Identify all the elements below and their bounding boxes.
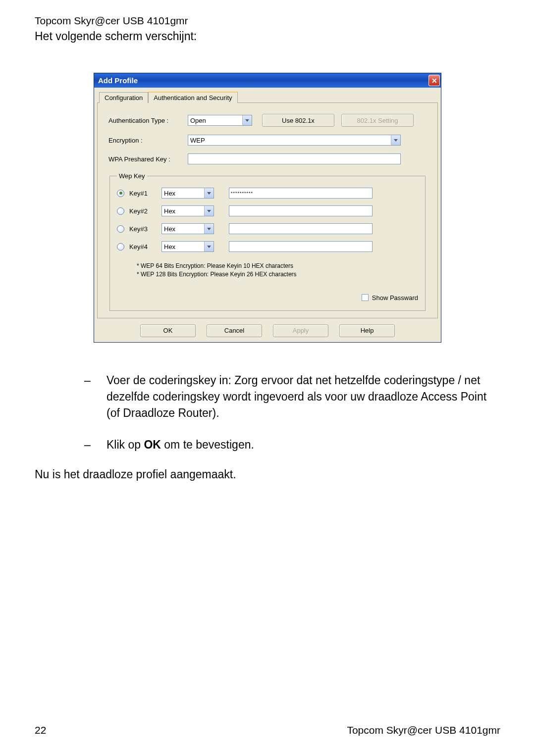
tab-strip: Configuration Authentication and Securit… [97,92,438,103]
svg-marker-3 [207,210,211,212]
window-title: Add Profile [98,76,138,85]
add-profile-dialog: Add Profile ✕ Configuration Authenticati… [94,73,441,343]
bullet-1-text: Voer de coderingskey in: Zorg ervoor dat… [107,372,500,422]
wep-key4-label: Key#4 [129,243,148,251]
bullet-2-text: Klik op OK om te bevestigen. [107,437,500,453]
bullet-2-pre: Klik op [107,438,144,451]
svg-marker-1 [394,139,398,142]
close-button[interactable]: ✕ [428,75,440,86]
wep-key2-format-combo[interactable]: Hex [161,205,214,216]
wep-key3-format-value: Hex [162,225,175,233]
wep-key-row-2: Key#2 Hex [117,205,418,216]
dropdown-icon [391,135,400,145]
wep-key4-radio[interactable] [117,243,124,251]
tab-authentication-and-security[interactable]: Authentication and Security [148,92,237,103]
dialog-button-row: OK Cancel Apply Help [97,318,438,339]
close-icon: ✕ [431,77,437,84]
svg-marker-4 [207,228,211,230]
auth-type-combo[interactable]: Open [188,115,252,126]
bullet-dash: – [84,372,107,422]
show-password-checkbox[interactable] [362,294,369,301]
show-password-label: Show Passward [372,294,418,302]
wep-key1-format-combo[interactable]: Hex [161,188,214,199]
wep-key3-label: Key#3 [129,225,148,233]
encryption-combo[interactable]: WEP [188,135,401,146]
wep-key3-input[interactable] [229,223,373,234]
wep-hint-line1: * WEP 64 Bits Encryption: Please Keyin 1… [137,262,418,270]
final-line: Nu is het draadloze profiel aangemaakt. [35,468,500,481]
use-8021x-button[interactable]: Use 802.1x [262,114,334,127]
auth-panel: Authentication Type : Open Use 802.1x 80… [97,103,438,318]
auth-type-label: Authentication Type : [108,117,188,124]
dropdown-icon [204,206,214,216]
svg-marker-2 [207,192,211,195]
wpa-psk-input[interactable] [188,153,401,164]
wep-key-fieldset: Wep Key Key#1 Hex ********** [109,172,426,311]
wep-key1-input[interactable]: ********** [229,188,373,199]
dropdown-icon [242,115,252,125]
wep-key2-radio[interactable] [117,207,124,215]
intro-text: Het volgende scherm verschijnt: [35,30,500,43]
tab-configuration[interactable]: Configuration [99,92,148,103]
wep-key-row-3: Key#3 Hex [117,223,418,234]
dropdown-icon [204,242,214,252]
wep-key4-input[interactable] [229,241,373,252]
dropdown-icon [204,224,214,234]
wep-key2-input[interactable] [229,205,373,216]
svg-marker-5 [207,246,211,248]
wep-key-row-1: Key#1 Hex ********** [117,188,418,199]
wpa-psk-label: WPA Preshared Key : [108,155,188,163]
wep-key1-value: ********** [229,191,253,196]
wep-key-row-4: Key#4 Hex [117,241,418,252]
bullet-dash: – [84,437,107,453]
svg-marker-0 [245,119,249,122]
encryption-label: Encryption : [108,137,188,144]
page-number: 22 [35,724,46,736]
bullet-2-post: om te bevestigen. [161,438,254,451]
footer-right: Topcom Skyr@cer USB 4101gmr [347,724,500,736]
wep-key3-format-combo[interactable]: Hex [161,223,214,234]
titlebar: Add Profile ✕ [94,73,441,88]
wep-key2-label: Key#2 [129,207,148,215]
wep-key4-format-value: Hex [162,243,175,251]
bullet-2-bold: OK [144,438,161,451]
wep-key2-format-value: Hex [162,207,175,215]
8021x-setting-button[interactable]: 802.1x Setting [341,114,414,127]
encryption-value: WEP [188,137,205,144]
wep-key4-format-combo[interactable]: Hex [161,241,214,252]
cancel-button[interactable]: Cancel [207,324,262,337]
wep-hint: * WEP 64 Bits Encryption: Please Keyin 1… [117,262,418,279]
dropdown-icon [204,188,214,198]
ok-button[interactable]: OK [140,324,196,337]
wep-key1-radio[interactable] [117,190,124,197]
wep-key1-format-value: Hex [162,190,175,197]
wep-key1-label: Key#1 [129,190,148,197]
wep-key3-radio[interactable] [117,225,124,233]
apply-button[interactable]: Apply [273,324,328,337]
wep-key-legend: Wep Key [117,172,147,180]
wep-hint-line2: * WEP 128 Bits Encryption: Please Keyin … [137,270,418,279]
auth-type-value: Open [188,117,206,124]
help-button[interactable]: Help [339,324,395,337]
header-line: Topcom Skyr@cer USB 4101gmr [35,15,500,27]
